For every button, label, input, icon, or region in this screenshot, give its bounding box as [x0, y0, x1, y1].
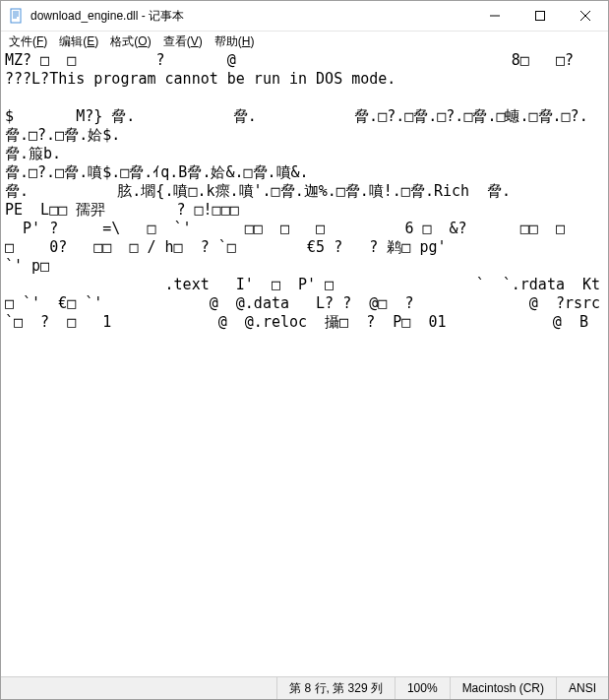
- maximize-button[interactable]: [518, 1, 563, 31]
- window-controls: [472, 1, 608, 31]
- svg-rect-6: [536, 12, 545, 21]
- menu-format[interactable]: 格式(O): [104, 32, 156, 51]
- window-title: download_engine.dll - 记事本: [30, 8, 472, 25]
- menu-edit[interactable]: 编辑(E): [53, 32, 104, 51]
- title-bar: download_engine.dll - 记事本: [1, 1, 608, 32]
- notepad-window: download_engine.dll - 记事本 文件(F) 编辑(E) 格式…: [0, 0, 609, 700]
- menu-help[interactable]: 帮助(H): [209, 32, 261, 51]
- status-position: 第 8 行, 第 329 列: [276, 677, 395, 699]
- status-bar: 第 8 行, 第 329 列 100% Macintosh (CR) ANSI: [1, 676, 608, 699]
- status-zoom: 100%: [395, 677, 450, 699]
- status-line-ending: Macintosh (CR): [450, 677, 556, 699]
- minimize-button[interactable]: [472, 1, 518, 31]
- status-encoding: ANSI: [556, 677, 608, 699]
- menu-view[interactable]: 查看(V): [157, 32, 209, 51]
- notepad-icon: [9, 8, 25, 24]
- menu-bar: 文件(F) 编辑(E) 格式(O) 查看(V) 帮助(H): [1, 32, 608, 51]
- menu-file[interactable]: 文件(F): [3, 32, 53, 51]
- text-area[interactable]: MZ? □ □ ? @ 8□ □? ???L?This program cann…: [1, 51, 608, 676]
- close-button[interactable]: [563, 1, 608, 31]
